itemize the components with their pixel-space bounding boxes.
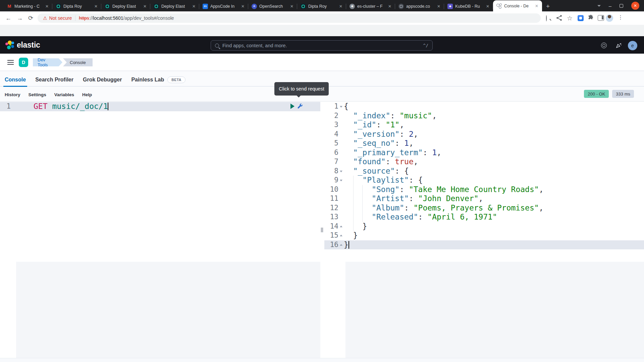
browser-tab[interactable]: Deploy Elast✕	[150, 1, 199, 11]
browser-tab[interactable]: Dipta Roy✕	[297, 1, 346, 11]
response-line-number: 2	[324, 111, 338, 121]
side-panel-icon[interactable]	[598, 15, 604, 21]
fold-down-icon[interactable]	[338, 176, 344, 185]
response-code: "Album": "Poems, Prayers & Promises",	[344, 203, 543, 213]
response-token	[344, 213, 372, 221]
browser-tab-active[interactable]: Console - De✕	[493, 0, 542, 11]
bookmark-star-icon[interactable]: ☆	[567, 14, 573, 22]
tab-close-icon[interactable]: ✕	[436, 4, 441, 9]
window-controls: – ✕	[597, 0, 644, 11]
forward-icon[interactable]: →	[17, 14, 23, 22]
elastic-logo-icon[interactable]	[5, 41, 14, 50]
browser-tab[interactable]: ◆KubeDB - Ru✕	[444, 1, 493, 11]
not-secure-label[interactable]: Not secure	[49, 15, 72, 21]
response-token: ,	[409, 139, 414, 147]
fold-spacer	[338, 185, 344, 194]
response-editor[interactable]: 1{2 "_index": "music",3 "_id": "1",4 "_v…	[324, 102, 644, 358]
fold-up-icon[interactable]	[338, 240, 344, 250]
fold-down-icon[interactable]	[338, 102, 344, 111]
tab-console[interactable]: Console	[5, 73, 26, 86]
global-search-input[interactable]: Find apps, content, and more. ^/	[211, 40, 433, 51]
response-line: 7 "found": true,	[324, 157, 644, 167]
tab-close-icon[interactable]: ✕	[44, 4, 50, 9]
elastic-favicon-icon	[496, 3, 502, 9]
send-request-play-icon[interactable]	[290, 104, 294, 109]
browser-tab[interactable]: OpenSearch✕	[248, 1, 297, 11]
response-token: ,	[479, 194, 483, 203]
response-token: ,	[399, 120, 404, 129]
response-text-cursor	[348, 241, 349, 249]
newsfeed-icon[interactable]	[616, 42, 622, 48]
browser-tab[interactable]: Deploy Elast✕	[101, 1, 150, 11]
beta-badge: BETA	[167, 76, 185, 83]
extensions-puzzle-icon[interactable]	[588, 15, 594, 21]
tab-grok-debugger[interactable]: Grok Debugger	[83, 73, 122, 86]
tab-close-icon[interactable]: ✕	[485, 4, 490, 9]
tab-close-icon[interactable]: ✕	[289, 4, 294, 9]
fold-up-icon[interactable]	[338, 222, 344, 231]
url-separator: ://	[89, 15, 93, 21]
panel-resize-handle[interactable]	[321, 228, 323, 232]
browser-tab[interactable]: ∗es-cluster – F✕	[346, 1, 395, 11]
user-avatar[interactable]: e	[628, 41, 637, 50]
response-token: :	[390, 111, 399, 120]
tab-close-icon[interactable]: ✕	[93, 4, 99, 9]
tab-close-icon[interactable]: ✕	[338, 4, 343, 9]
new-tab-button[interactable]: +	[546, 1, 550, 11]
response-code: }	[344, 222, 367, 231]
browser-tab[interactable]: appscode.co✕	[395, 1, 444, 11]
browser-profile-avatar[interactable]	[606, 14, 613, 22]
browser-tab[interactable]: Dipta Roy✕	[52, 1, 101, 11]
tab-close-icon[interactable]: ✕	[191, 4, 197, 9]
zoom-icon[interactable]	[546, 15, 547, 21]
tab-close-icon[interactable]: ✕	[387, 4, 392, 9]
menu-hamburger-icon[interactable]	[7, 60, 14, 65]
indent-guide	[353, 185, 354, 194]
address-bar[interactable]: ⚠ Not secure https :// localhost:5601 /a…	[38, 13, 541, 23]
request-code-line[interactable]: GET music/_doc/1	[34, 102, 108, 111]
space-badge[interactable]: D	[19, 58, 28, 67]
fold-up-icon[interactable]	[338, 231, 344, 240]
response-token: "Playlist"	[362, 176, 409, 184]
status-badges: 200 - OK 333 ms	[584, 90, 634, 98]
window-close-button[interactable]: ✕	[631, 2, 639, 10]
request-options-wrench-icon[interactable]	[297, 103, 303, 109]
share-icon[interactable]	[556, 15, 562, 21]
tab-close-icon[interactable]: ✕	[534, 3, 539, 9]
reload-icon[interactable]: ⟳	[28, 14, 33, 22]
breadcrumb-console: Console	[63, 58, 93, 66]
window-minimize-button[interactable]: –	[609, 3, 611, 9]
tab-label: Console	[5, 77, 26, 83]
back-icon[interactable]: ←	[5, 14, 11, 22]
response-token: "John Denver"	[418, 194, 479, 203]
tab-search-profiler[interactable]: Search Profiler	[35, 73, 73, 86]
tab-close-icon[interactable]: ✕	[142, 4, 148, 9]
response-editor-empty-area[interactable]	[345, 262, 644, 358]
extension-icon[interactable]	[578, 15, 584, 21]
response-line: 11 "Artist": "John Denver",	[324, 194, 644, 203]
menu-item-settings[interactable]: Settings	[29, 92, 46, 97]
browser-menu-icon[interactable]: ⋮	[618, 14, 623, 20]
request-editor-empty-area[interactable]	[16, 262, 320, 358]
menu-item-history[interactable]: History	[5, 92, 20, 97]
response-line: 16}	[324, 240, 644, 250]
response-token: "Take Me Home Country Roads"	[409, 185, 539, 194]
browser-tab[interactable]: 31AppsCode In✕	[199, 1, 248, 11]
tab-close-icon[interactable]: ✕	[240, 4, 246, 9]
tab-title: KubeDB - Ru	[455, 4, 483, 9]
bottom-strip	[0, 358, 644, 362]
help-icon[interactable]	[601, 43, 607, 48]
response-token: ,	[539, 203, 544, 212]
indent-guide	[362, 203, 363, 213]
breadcrumb-dev-tools[interactable]: Dev Tools	[33, 58, 62, 66]
tab-painless-lab[interactable]: Painless LabBETA	[131, 73, 185, 86]
dev-tools-editors: 1 GET music/_doc/1 Click to send request…	[0, 101, 644, 358]
fold-down-icon[interactable]	[338, 167, 344, 176]
response-token: 1	[432, 148, 437, 157]
browser-tab[interactable]: MMarketing - C✕	[3, 1, 52, 11]
window-menu-chevron-icon[interactable]	[597, 5, 601, 7]
window-maximize-button[interactable]	[620, 4, 623, 8]
menu-item-variables[interactable]: Variables	[54, 92, 74, 97]
request-editor[interactable]: 1 GET music/_doc/1 Click to send request	[0, 102, 320, 358]
menu-item-help[interactable]: Help	[82, 92, 92, 97]
